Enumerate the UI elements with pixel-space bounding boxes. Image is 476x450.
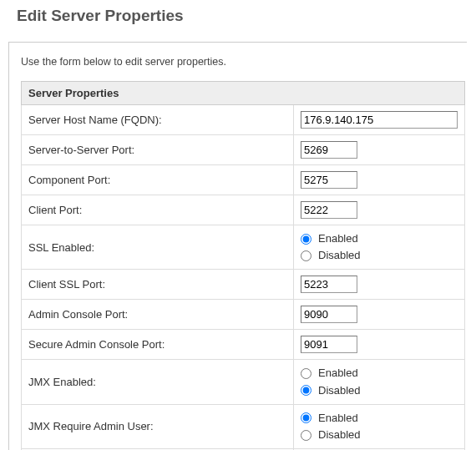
label-secure-admin: Secure Admin Console Port: [22, 330, 294, 360]
radio-jmx-admin-disabled[interactable] [301, 430, 311, 441]
label-client-ssl: Client SSL Port: [22, 270, 294, 300]
row-jmx-admin: JMX Require Admin User: Enabled Disabled [22, 404, 465, 448]
radio-jmx-admin-enabled-row[interactable]: Enabled [301, 411, 458, 426]
row-component: Component Port: [22, 165, 465, 195]
row-s2s: Server-to-Server Port: [22, 135, 465, 165]
label-client: Client Port: [22, 195, 294, 225]
radio-jmx-enabled-label: Enabled [318, 366, 358, 381]
radio-jmx-admin-disabled-label: Disabled [318, 427, 361, 442]
row-client: Client Port: [22, 195, 465, 225]
input-s2s[interactable] [301, 141, 357, 159]
radio-ssl-disabled-row[interactable]: Disabled [301, 248, 458, 263]
input-secure-admin[interactable] [301, 336, 357, 353]
radio-jmx-disabled[interactable] [301, 385, 311, 396]
row-admin: Admin Console Port: [22, 300, 465, 330]
row-ssl-enabled: SSL Enabled: Enabled Disabled [22, 225, 465, 270]
label-jmx-enabled: JMX Enabled: [22, 360, 294, 404]
radio-ssl-disabled-label: Disabled [318, 248, 361, 263]
input-component[interactable] [301, 171, 357, 189]
input-client-ssl[interactable] [301, 276, 357, 293]
input-client[interactable] [301, 201, 357, 219]
radio-group-jmx-admin: Enabled Disabled [301, 411, 458, 442]
radio-group-jmx: Enabled Disabled [301, 366, 458, 397]
radio-ssl-enabled-row[interactable]: Enabled [301, 231, 458, 246]
input-host[interactable] [301, 111, 458, 129]
radio-jmx-disabled-row[interactable]: Disabled [301, 383, 458, 398]
row-client-ssl: Client SSL Port: [22, 270, 465, 300]
input-admin[interactable] [301, 306, 357, 323]
radio-ssl-disabled[interactable] [301, 250, 311, 261]
row-jmx-enabled: JMX Enabled: Enabled Disabled [22, 360, 465, 404]
row-host: Server Host Name (FQDN): [22, 105, 465, 135]
label-host: Server Host Name (FQDN): [22, 105, 294, 135]
radio-jmx-admin-enabled-label: Enabled [318, 411, 358, 426]
label-s2s: Server-to-Server Port: [22, 135, 294, 165]
label-component: Component Port: [22, 165, 294, 195]
radio-ssl-enabled-label: Enabled [318, 231, 358, 246]
label-ssl-enabled: SSL Enabled: [22, 225, 294, 270]
radio-ssl-enabled[interactable] [301, 234, 311, 245]
page-title: Edit Server Properties [17, 7, 476, 25]
label-jmx-admin: JMX Require Admin User: [22, 404, 294, 448]
radio-jmx-enabled-row[interactable]: Enabled [301, 366, 458, 381]
intro-text: Use the form below to edit server proper… [21, 56, 467, 68]
row-secure-admin: Secure Admin Console Port: [22, 330, 465, 360]
radio-jmx-disabled-label: Disabled [318, 383, 361, 398]
radio-jmx-enabled[interactable] [301, 368, 311, 379]
radio-jmx-admin-disabled-row[interactable]: Disabled [301, 427, 458, 442]
server-properties-panel: Use the form below to edit server proper… [8, 42, 467, 450]
radio-group-ssl: Enabled Disabled [301, 231, 458, 263]
radio-jmx-admin-enabled[interactable] [301, 412, 311, 423]
section-header: Server Properties [22, 82, 465, 105]
label-admin: Admin Console Port: [22, 300, 294, 330]
server-properties-table: Server Properties Server Host Name (FQDN… [21, 81, 465, 450]
